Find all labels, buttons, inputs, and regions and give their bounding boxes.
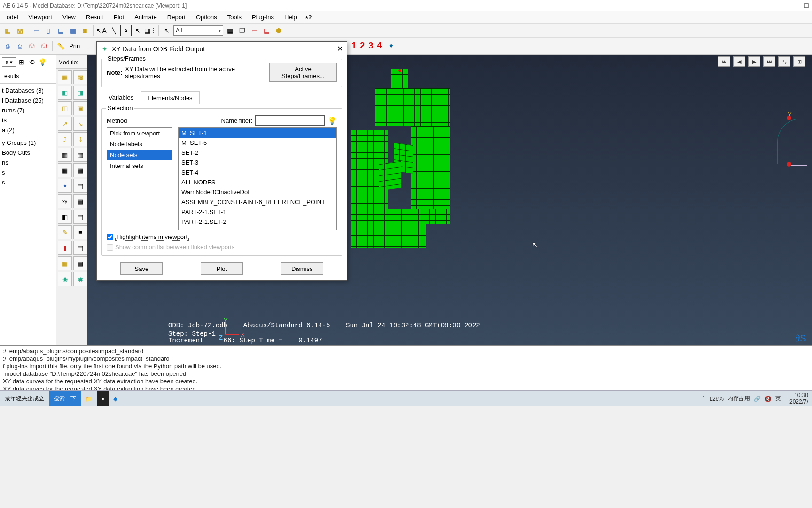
whats-this-icon[interactable]: ⭑? (303, 12, 317, 23)
layout3-icon[interactable]: ▤ (55, 25, 66, 36)
menu-plugins[interactable]: Plug-ins (247, 12, 279, 22)
tab-variables[interactable]: Variables (102, 91, 141, 104)
layout4-icon[interactable]: ▥ (67, 25, 78, 36)
tool-h1[interactable]: ✦ (58, 179, 72, 193)
print1-icon[interactable]: ⎙ (2, 40, 13, 52)
tree-item[interactable]: a (2) (1, 125, 55, 135)
active-steps-button[interactable]: Active Steps/Frames... (269, 63, 337, 82)
tray-ime[interactable]: 英 (775, 395, 781, 403)
message-console[interactable]: :/Temp/abaqus_plugins/compositesimpact_s… (0, 345, 812, 390)
first-frame-icon[interactable]: ⏮ (718, 56, 730, 67)
textbox-icon[interactable]: A (120, 25, 132, 36)
toolbar-options-icon[interactable]: ▦⋮ (145, 25, 156, 36)
csys-2[interactable]: 2 (360, 41, 365, 51)
extra1-icon[interactable]: ⇆ (778, 56, 790, 67)
tray-net-icon[interactable]: 🔗 (754, 396, 761, 402)
plot-button[interactable]: Plot (201, 262, 243, 275)
pointer-icon[interactable]: ↖ (133, 25, 144, 36)
taskbar-explorer-icon[interactable]: 📁 (81, 391, 97, 406)
cursor-select-icon[interactable]: ↖A (96, 25, 107, 36)
list-item[interactable]: PART-2-1.SET-2 (179, 217, 336, 227)
tree-item[interactable]: s (1, 167, 55, 177)
selection-mode-combo[interactable]: All (173, 25, 223, 36)
menu-plot[interactable]: Plot (109, 12, 129, 22)
tool-a2[interactable]: ▩ (73, 70, 87, 84)
list-item[interactable]: ALL NODES (179, 177, 336, 187)
list-item[interactable]: WarnNodeBCInactiveDof (179, 187, 336, 197)
menu-viewport[interactable]: Viewport (24, 12, 57, 22)
last-frame-icon[interactable]: ⏭ (763, 56, 775, 67)
menu-model[interactable]: odel (2, 12, 23, 22)
menu-options[interactable]: Options (191, 12, 222, 22)
tree-item[interactable]: y Groups (1) (1, 138, 55, 148)
cube2-icon[interactable]: ▩ (14, 25, 25, 36)
sets-listbox[interactable]: M_SET-1 M_SET-5 SET-2 SET-3 SET-4 ALL NO… (178, 127, 337, 230)
csys-1[interactable]: 1 (351, 41, 356, 51)
ruler-icon[interactable]: 📏 (55, 40, 66, 52)
filter-icon[interactable]: ▦ (224, 25, 235, 36)
tool-d1[interactable]: ↗ (58, 117, 72, 131)
tool-b1[interactable]: ◧ (58, 86, 72, 100)
tool-l2[interactable]: ▤ (73, 241, 87, 255)
taskbar-search[interactable]: 搜索一下 (49, 391, 81, 406)
tree-item[interactable]: s (1, 177, 55, 187)
tree-item[interactable]: ts (1, 115, 55, 125)
tool-j2[interactable]: ▤ (73, 210, 87, 224)
tool-f2[interactable]: ▦ (73, 148, 87, 162)
method-item[interactable]: Internal sets (107, 160, 172, 171)
extra2-icon[interactable]: ⊞ (793, 56, 805, 67)
method-item[interactable]: Node labels (107, 139, 172, 150)
db2-icon[interactable]: ⛁ (39, 40, 50, 52)
tray-up-icon[interactable]: ˄ (703, 396, 705, 402)
tool-k1[interactable]: ✎ (58, 225, 72, 239)
tree-item[interactable]: t Databases (3) (1, 86, 55, 95)
method-item[interactable]: Pick from viewport (107, 128, 172, 139)
tree-filter-combo[interactable]: a ▾ (2, 57, 16, 67)
db1-icon[interactable]: ⛁ (26, 40, 38, 52)
minimize-button[interactable]: — (790, 2, 796, 9)
red-rect2-icon[interactable]: ▦ (261, 25, 272, 36)
menu-view[interactable]: View (58, 12, 80, 22)
method-item[interactable]: Node sets (107, 150, 172, 160)
tree-item[interactable]: ns (1, 158, 55, 167)
line-icon[interactable]: ╲ (108, 25, 119, 36)
tool-n2[interactable]: ◉ (73, 272, 87, 286)
menu-result[interactable]: Result (81, 12, 108, 22)
tool-k2[interactable]: ≡ (73, 225, 87, 239)
taskbar-terminal-icon[interactable]: ▪ (97, 391, 109, 406)
tool-m2[interactable]: ▤ (73, 256, 87, 270)
tool-c2[interactable]: ▣ (73, 101, 87, 115)
layout1-icon[interactable]: ▭ (31, 25, 42, 36)
tool-g1[interactable]: ▦ (58, 163, 72, 177)
cube-icon[interactable]: ▦ (2, 25, 13, 36)
red-rect-icon[interactable]: ▭ (249, 25, 260, 36)
menu-tools[interactable]: Tools (223, 12, 246, 22)
tool-m1[interactable]: ▦ (58, 256, 72, 270)
tab-elements-nodes[interactable]: Elements/Nodes (141, 91, 199, 104)
tree-item[interactable]: rums (7) (1, 105, 55, 115)
csys-3[interactable]: 3 (368, 41, 373, 51)
menu-help[interactable]: Help (280, 12, 302, 22)
tree-item[interactable]: Body Cuts (1, 148, 55, 158)
close-icon[interactable]: ✕ (337, 44, 343, 53)
print2-icon[interactable]: ⎙ (14, 40, 25, 52)
box-icon[interactable]: ⬢ (273, 25, 284, 36)
tree-add-icon[interactable]: ⊞ (17, 57, 26, 67)
menu-report[interactable]: Report (163, 12, 190, 22)
axes2-icon[interactable]: ✦ (385, 40, 397, 52)
tool-i2[interactable]: ▤ (73, 194, 87, 208)
tool-h2[interactable]: ▤ (73, 179, 87, 193)
save-button[interactable]: Save (120, 262, 163, 275)
layout2-icon[interactable]: ▯ (43, 25, 54, 36)
tool-e1[interactable]: ⤴ (58, 132, 72, 146)
prev-frame-icon[interactable]: ◀ (733, 56, 745, 67)
tool-j1[interactable]: ◧ (58, 210, 72, 224)
list-item[interactable]: M_SET-5 (179, 138, 336, 148)
list-item[interactable]: M_SET-1 (179, 128, 336, 138)
list-item[interactable]: SET-3 (179, 158, 336, 167)
tool-c1[interactable]: ◫ (58, 101, 72, 115)
camera-icon[interactable]: ◙ (79, 25, 91, 36)
list-item[interactable]: ASSEMBLY_CONSTRAINT-6_REFERENCE_POINT (179, 197, 336, 207)
tray-vol-icon[interactable]: 🔇 (765, 396, 772, 402)
tool-d2[interactable]: ↘ (73, 117, 87, 131)
